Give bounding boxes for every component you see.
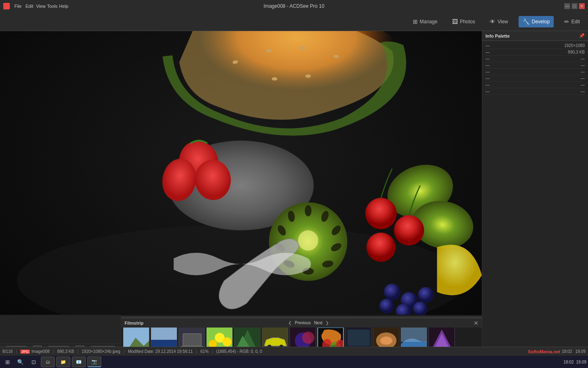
- status-bar: 8/116 | JPG Image008 | 890,3 KB | 1920×1…: [0, 347, 588, 356]
- taskbar-app-explorer[interactable]: 🗂: [41, 357, 55, 367]
- info-label-filesize: —: [486, 50, 490, 54]
- photos-icon: 🖼: [452, 18, 458, 25]
- menu-tools[interactable]: Tools: [47, 1, 58, 11]
- manage-nav-btn[interactable]: ⊞ Manage: [409, 16, 441, 27]
- info-row-7: — —: [486, 82, 585, 88]
- status-count: 8/116: [2, 349, 13, 354]
- status-filename: Image008: [31, 349, 49, 354]
- status-format: JPG: [20, 350, 30, 354]
- svg-point-28: [394, 215, 424, 245]
- info-row-3: — —: [486, 56, 585, 62]
- photos-label: Photos: [460, 19, 475, 25]
- window-title: Image008 - ACDSee Pro 10: [264, 3, 325, 9]
- taskbar-app-folder[interactable]: 📁: [56, 357, 70, 367]
- task-view-button[interactable]: ⊡: [28, 357, 39, 367]
- filmstrip-title: Filmstrip: [125, 321, 143, 325]
- edit-nav-btn[interactable]: ✏ Edit: [560, 16, 584, 27]
- taskbar-date: 19.09: [576, 360, 586, 364]
- info-label-resolution: —: [486, 43, 490, 48]
- taskbar-time: 18:02: [564, 360, 574, 364]
- svg-point-29: [366, 233, 395, 262]
- svg-point-35: [379, 299, 394, 314]
- svg-point-53: [223, 337, 232, 346]
- info-row-4: — —: [486, 62, 585, 69]
- info-palette-title: Info Palette: [486, 34, 510, 38]
- svg-point-62: [302, 332, 314, 344]
- svg-rect-48: [183, 334, 201, 346]
- info-row-6: — —: [486, 75, 585, 82]
- titlebar: File Edit View Tools Help Image008 - ACD…: [0, 0, 588, 12]
- view-label: View: [497, 19, 508, 25]
- manage-icon: ⊞: [413, 18, 418, 25]
- minimize-button[interactable]: —: [564, 3, 570, 9]
- info-row-5: — —: [486, 69, 585, 75]
- top-toolbar: ⊞ Manage 🖼 Photos 👁 View 🔧 Develop ✏ Edi…: [0, 12, 588, 31]
- next-chevron-icon: ❯: [325, 321, 329, 325]
- image-canvas: [0, 0, 482, 315]
- info-palette-header: Info Palette 📌: [482, 31, 588, 41]
- photos-nav-btn[interactable]: 🖼 Photos: [448, 16, 479, 27]
- close-button[interactable]: ✕: [579, 3, 585, 9]
- start-button[interactable]: ⊞: [2, 357, 13, 367]
- menu-edit[interactable]: Edit: [24, 1, 35, 11]
- filmstrip-close-btn[interactable]: ✕: [474, 320, 479, 326]
- edit-icon: ✏: [564, 18, 569, 25]
- info-value-resolution: 1920×1080: [564, 43, 585, 48]
- taskbar: ⊞ 🔍 ⊡ 🗂 📁 📧 📷 18:02 19.09: [0, 356, 588, 368]
- svg-point-6: [300, 46, 305, 49]
- filmstrip-prev-btn[interactable]: Previous: [295, 321, 311, 325]
- watermark: SoftoMania.net: [528, 349, 560, 354]
- taskbar-app-email[interactable]: 📧: [72, 357, 86, 367]
- svg-point-24: [298, 230, 318, 250]
- app-icon: [3, 3, 10, 9]
- filmstrip-nav: ❮ Previous Next ❯: [146, 321, 471, 325]
- filmstrip-header-bar: Filmstrip ❮ Previous Next ❯ ✕: [121, 318, 482, 328]
- menu-help[interactable]: Help: [58, 1, 69, 11]
- svg-rect-46: [151, 328, 177, 340]
- info-value-filesize: 890,3 KB: [568, 50, 585, 54]
- svg-rect-68: [347, 330, 370, 346]
- view-nav-btn[interactable]: 👁 View: [486, 16, 512, 27]
- develop-nav-btn[interactable]: 🔧 Develop: [519, 16, 554, 27]
- status-modified: Modified Date: 29.12.2014 19:58:11: [128, 349, 193, 354]
- info-row-resolution: — 1920×1080: [486, 43, 585, 49]
- svg-rect-74: [401, 328, 427, 342]
- right-panel: Info Palette 📌 — 1920×1080 — 890,3 KB — …: [482, 31, 588, 356]
- view-icon: 👁: [490, 18, 495, 25]
- status-filesize: 890,3 KB: [57, 349, 74, 354]
- svg-point-27: [365, 198, 397, 229]
- prev-chevron-icon: ❮: [288, 321, 292, 325]
- taskbar-right: 18:02 19.09: [564, 360, 586, 364]
- search-button[interactable]: 🔍: [15, 357, 26, 367]
- svg-point-30: [384, 284, 401, 301]
- menu-view[interactable]: View: [35, 1, 47, 11]
- menu-file[interactable]: File: [12, 1, 24, 11]
- status-coords: (1885,454) - RGB: 0, 0, 0: [216, 349, 262, 354]
- info-row-8: — —: [486, 88, 585, 95]
- main-image: [0, 0, 482, 315]
- develop-label: Develop: [532, 19, 550, 25]
- filmstrip-next-btn[interactable]: Next: [314, 321, 323, 325]
- status-time: 18:02: [562, 349, 572, 354]
- info-row-filesize: — 890,3 KB: [486, 49, 585, 56]
- manage-label: Manage: [420, 19, 437, 25]
- maximize-button[interactable]: □: [572, 3, 577, 9]
- develop-icon: 🔧: [523, 18, 530, 25]
- svg-point-72: [380, 337, 392, 345]
- status-zoom: 61%: [200, 349, 209, 354]
- status-date: 19.09: [575, 349, 586, 354]
- info-table: — 1920×1080 — 890,3 KB — — — — — — — — —…: [482, 41, 588, 96]
- svg-point-14: [305, 205, 311, 216]
- svg-point-8: [305, 74, 311, 78]
- svg-point-32: [418, 287, 434, 303]
- edit-label: Edit: [571, 19, 580, 25]
- taskbar-app-camera[interactable]: 📷: [87, 357, 101, 367]
- svg-point-9: [272, 77, 277, 81]
- info-pin-icon[interactable]: 📌: [579, 33, 585, 38]
- status-resolution: 1920×1080×24b jpeg: [82, 349, 120, 354]
